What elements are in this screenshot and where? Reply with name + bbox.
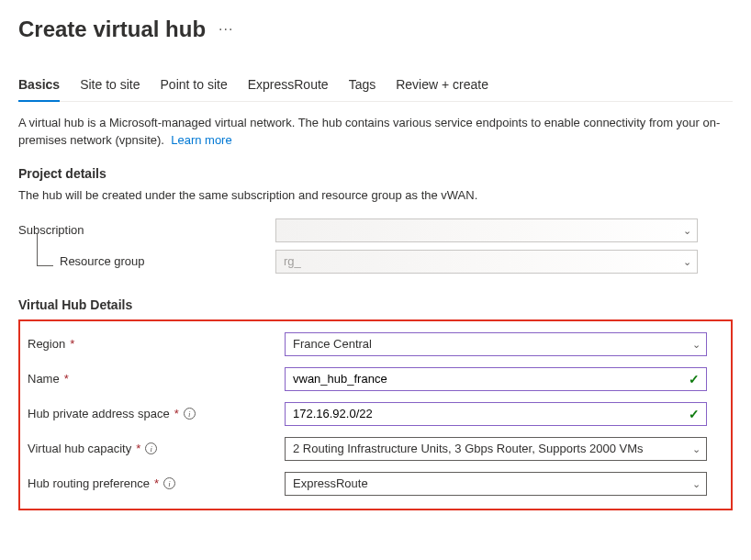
chevron-down-icon: ⌄	[692, 338, 701, 350]
region-value: France Central	[293, 337, 372, 351]
info-icon[interactable]: i	[145, 442, 157, 454]
learn-more-link[interactable]: Learn more	[171, 133, 231, 147]
capacity-value: 2 Routing Infrastructure Units, 3 Gbps R…	[293, 442, 644, 455]
subscription-select[interactable]: ⌄	[275, 218, 698, 242]
required-indicator: *	[136, 442, 140, 455]
required-indicator: *	[64, 372, 69, 386]
tab-expressroute[interactable]: ExpressRoute	[248, 77, 329, 101]
capacity-select[interactable]: 2 Routing Infrastructure Units, 3 Gbps R…	[285, 437, 707, 461]
chevron-down-icon: ⌄	[683, 255, 691, 267]
name-input[interactable]	[293, 368, 682, 390]
subscription-label: Subscription	[18, 223, 84, 237]
description-text: A virtual hub is a Microsoft-managed vir…	[18, 116, 720, 147]
required-indicator: *	[70, 337, 74, 351]
capacity-label: Virtual hub capacity	[28, 442, 131, 455]
resource-group-select[interactable]: rg_ ⌄	[275, 250, 698, 274]
resource-group-label: Resource group	[60, 254, 145, 268]
tab-site-to-site[interactable]: Site to site	[80, 77, 140, 101]
address-space-label: Hub private address space	[28, 407, 170, 420]
more-icon[interactable]: ···	[219, 21, 233, 38]
description: A virtual hub is a Microsoft-managed vir…	[18, 115, 733, 150]
tab-basics[interactable]: Basics	[18, 77, 60, 101]
check-icon: ✓	[689, 372, 700, 386]
tab-review-create[interactable]: Review + create	[396, 77, 488, 101]
required-indicator: *	[154, 476, 159, 490]
info-icon[interactable]: i	[163, 477, 175, 489]
highlight-box: Region * France Central ⌄ Name * ✓ Hub p…	[18, 319, 733, 510]
chevron-down-icon: ⌄	[692, 477, 701, 489]
tab-point-to-site[interactable]: Point to site	[161, 77, 228, 101]
project-details-heading: Project details	[18, 166, 733, 181]
name-input-wrapper: ✓	[285, 367, 707, 391]
tabs: Basics Site to site Point to site Expres…	[18, 77, 733, 102]
page-title: Create virtual hub	[18, 17, 206, 42]
name-label: Name	[28, 372, 60, 386]
chevron-down-icon: ⌄	[692, 442, 701, 454]
region-select[interactable]: France Central ⌄	[285, 332, 707, 356]
info-icon[interactable]: i	[184, 408, 196, 420]
virtual-hub-details-heading: Virtual Hub Details	[18, 297, 733, 312]
routing-pref-select[interactable]: ExpressRoute ⌄	[285, 472, 707, 496]
region-label: Region	[28, 337, 65, 351]
project-details-hint: The hub will be created under the same s…	[18, 188, 733, 202]
chevron-down-icon: ⌄	[683, 224, 691, 236]
address-space-input[interactable]	[293, 403, 682, 425]
check-icon: ✓	[689, 407, 700, 421]
routing-pref-value: ExpressRoute	[293, 476, 368, 490]
address-space-input-wrapper: ✓	[285, 402, 707, 426]
required-indicator: *	[174, 407, 179, 420]
routing-pref-label: Hub routing preference	[28, 476, 150, 490]
tab-tags[interactable]: Tags	[349, 77, 376, 101]
resource-group-value: rg_	[284, 254, 301, 268]
